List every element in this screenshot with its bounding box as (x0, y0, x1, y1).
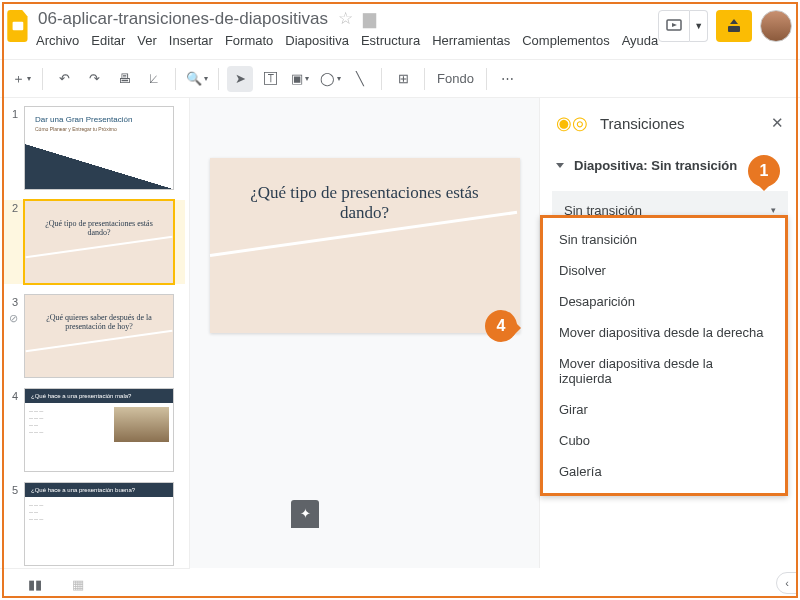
explore-button[interactable] (291, 500, 319, 528)
line-tool[interactable]: ╲ (347, 66, 373, 92)
undo-button[interactable]: ↶ (51, 66, 77, 92)
transition-option[interactable]: Cubo (543, 425, 785, 456)
current-slide[interactable]: ¿Qué tipo de presentaciones estás dando? (210, 158, 520, 333)
svg-rect-0 (13, 22, 24, 31)
present-dropdown[interactable]: ▼ (690, 10, 708, 42)
paint-format-button[interactable]: ⟀ (141, 66, 167, 92)
menu-help[interactable]: Ayuda (622, 33, 659, 48)
title-bar: 06-aplicar-transiciones-de-diapositivas … (0, 0, 800, 60)
transition-option[interactable]: Disolver (543, 255, 785, 286)
thumb-1[interactable]: 1 Dar una Gran Presentación Cómo Planear… (4, 106, 185, 190)
menu-format[interactable]: Formato (225, 33, 273, 48)
close-panel-icon[interactable]: ✕ (771, 114, 784, 132)
panel-title: Transiciones (600, 115, 684, 132)
filmstrip-view-icon[interactable]: ▮▮ (28, 577, 42, 592)
transition-option[interactable]: Girar (543, 394, 785, 425)
star-icon[interactable]: ☆ (338, 8, 353, 29)
slides-logo[interactable] (6, 6, 32, 46)
thumb-3[interactable]: 3⊘ ¿Qué quieres saber después de la pres… (4, 294, 185, 378)
menu-tools[interactable]: Herramientas (432, 33, 510, 48)
view-switcher: ▮▮ ▦ (0, 568, 190, 600)
callout-marker-4: 4 (485, 310, 517, 342)
thumb-5[interactable]: 5 ¿Qué hace a una presentación buena? — … (4, 482, 185, 566)
thumb-4[interactable]: 4 ¿Qué hace a una presentación mala? — —… (4, 388, 185, 472)
zoom-button[interactable]: 🔍 (184, 66, 210, 92)
callout-marker-1: 1 (748, 155, 780, 187)
toolbar: ＋ ↶ ↷ 🖶 ⟀ 🔍 ➤ 🅃 ▣ ◯ ╲ ⊞ Fondo ⋯ (0, 60, 800, 98)
more-button[interactable]: ⋯ (495, 66, 521, 92)
comment-button[interactable]: ⊞ (390, 66, 416, 92)
menu-arrange[interactable]: Estructura (361, 33, 420, 48)
account-avatar[interactable] (760, 10, 792, 42)
grid-view-icon[interactable]: ▦ (72, 577, 84, 592)
transition-option[interactable]: Mover diapositiva desde la derecha (543, 317, 785, 348)
transition-dropdown: Sin transición Disolver Desaparición Mov… (540, 215, 788, 496)
menu-addons[interactable]: Complementos (522, 33, 609, 48)
new-slide-button[interactable]: ＋ (8, 66, 34, 92)
menu-view[interactable]: Ver (137, 33, 157, 48)
menu-insert[interactable]: Insertar (169, 33, 213, 48)
menu-bar: Archivo Editar Ver Insertar Formato Diap… (36, 31, 658, 48)
present-button[interactable] (658, 10, 690, 42)
redo-button[interactable]: ↷ (81, 66, 107, 92)
transitions-icon: ◉◎ (556, 112, 588, 134)
image-tool[interactable]: ▣ (287, 66, 313, 92)
menu-slide[interactable]: Diapositiva (285, 33, 349, 48)
move-folder-icon[interactable]: ▆ (363, 8, 376, 29)
transition-option[interactable]: Mover diapositiva desde la izquierda (543, 348, 785, 394)
doc-title-row: 06-aplicar-transiciones-de-diapositivas … (36, 6, 658, 31)
print-button[interactable]: 🖶 (111, 66, 137, 92)
slide-title-text[interactable]: ¿Qué tipo de presentaciones estás dando? (210, 158, 520, 223)
document-title[interactable]: 06-aplicar-transiciones-de-diapositivas (38, 9, 328, 29)
textbox-tool[interactable]: 🅃 (257, 66, 283, 92)
menu-edit[interactable]: Editar (91, 33, 125, 48)
share-button[interactable] (716, 10, 752, 42)
thumb-2[interactable]: 2 ¿Qué tipo de presentaciones estás dand… (4, 200, 185, 284)
menu-file[interactable]: Archivo (36, 33, 79, 48)
background-button[interactable]: Fondo (433, 66, 478, 92)
slide-filmstrip: 1 Dar una Gran Presentación Cómo Planear… (0, 98, 190, 568)
transition-option[interactable]: Desaparición (543, 286, 785, 317)
side-panel-toggle[interactable]: ‹ (776, 572, 798, 594)
select-tool[interactable]: ➤ (227, 66, 253, 92)
transition-option[interactable]: Sin transición (543, 224, 785, 255)
shape-tool[interactable]: ◯ (317, 66, 343, 92)
transition-option[interactable]: Galería (543, 456, 785, 487)
svg-rect-2 (728, 26, 740, 32)
link-icon: ⊘ (9, 312, 18, 325)
